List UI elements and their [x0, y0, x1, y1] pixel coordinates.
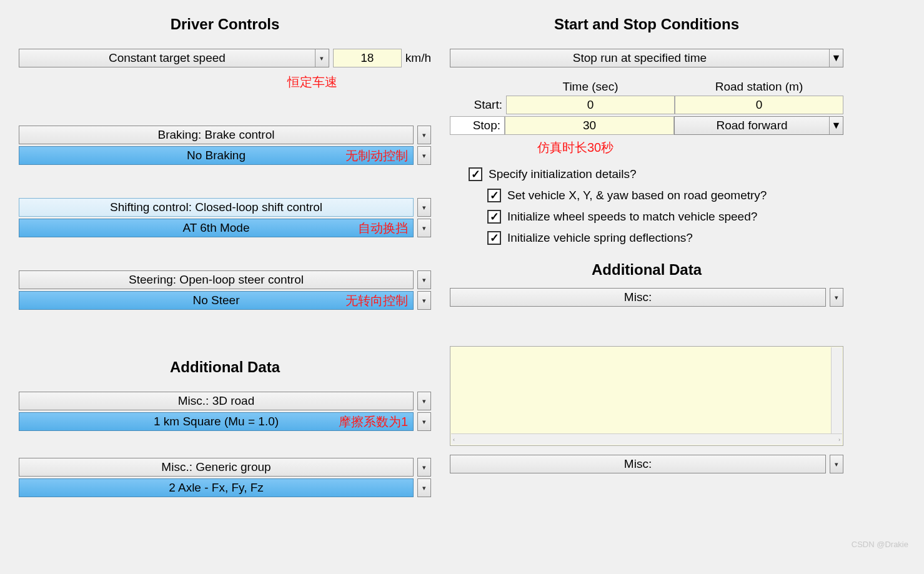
start-time-input[interactable]: 0 [506, 96, 675, 114]
misc1-label-combo[interactable]: Misc.: 3D road [19, 392, 414, 410]
shifting-label-text: Shifting control: Closed-loop shift cont… [19, 200, 413, 214]
station-header: Road station (m) [675, 80, 843, 94]
stop-direction-combo[interactable]: Road forward [674, 116, 843, 135]
additional-data-heading-right: Additional Data [450, 261, 843, 279]
steering-label-combo[interactable]: Steering: Open-loop steer control [19, 270, 414, 289]
speed-note: 恒定车速 [287, 75, 337, 89]
steering-value-text: No Steer [193, 294, 240, 307]
time-header: Time (sec) [506, 80, 675, 94]
specify-init-label: Specify initialization details? [489, 167, 637, 181]
misc1-value-text: 1 km Square (Mu = 1.0) [154, 415, 279, 428]
chevron-down-icon[interactable] [417, 270, 431, 289]
chevron-down-icon[interactable] [417, 478, 431, 497]
misc1-label-text: Misc.: 3D road [19, 394, 413, 408]
speed-mode-combo[interactable]: Constant target speed [19, 49, 329, 67]
misc2-label-combo[interactable]: Misc.: Generic group [19, 458, 414, 477]
driver-controls-heading: Driver Controls [19, 16, 431, 33]
misc-right-combo2[interactable]: Misc: [450, 455, 826, 473]
watermark: CSDN @Drakie [852, 540, 908, 549]
start-station-input[interactable]: 0 [675, 96, 843, 114]
geom-label: Set vehicle X, Y, & yaw based on road ge… [507, 189, 767, 202]
speed-unit-label: km/h [405, 51, 431, 65]
scrollbar-vertical[interactable] [831, 347, 842, 433]
braking-value-combo[interactable]: No Braking 无制动控制 [19, 146, 414, 165]
braking-value-text: No Braking [187, 149, 246, 162]
speed-value-input[interactable]: 18 [333, 49, 402, 67]
chevron-down-icon[interactable] [417, 291, 431, 310]
shifting-note: 自动换挡 [358, 220, 408, 237]
misc1-value-combo[interactable]: 1 km Square (Mu = 1.0) 摩擦系数为1 [19, 412, 414, 431]
chevron-down-icon[interactable] [417, 219, 431, 237]
chevron-down-icon[interactable] [417, 126, 431, 144]
chevron-down-icon[interactable] [417, 458, 431, 477]
wheel-label: Initialize wheel speeds to match vehicle… [507, 210, 757, 224]
braking-label-combo[interactable]: Braking: Brake control [19, 126, 414, 144]
spring-label: Initialize vehicle spring deflections? [507, 231, 693, 245]
notes-textarea[interactable]: ‹› [450, 346, 843, 446]
stop-direction-text: Road forward [675, 119, 829, 132]
scrollbar-horizontal[interactable]: ‹› [451, 433, 842, 445]
chevron-down-icon[interactable] [829, 49, 843, 67]
wheel-checkbox[interactable] [487, 210, 501, 224]
chevron-down-icon[interactable] [417, 198, 431, 217]
misc2-value-text: 2 Axle - Fx, Fy, Fz [169, 481, 264, 495]
stop-mode-text: Stop run at specified time [450, 51, 829, 65]
chevron-down-icon[interactable] [830, 455, 843, 473]
stop-time-input[interactable]: 30 [505, 116, 674, 135]
stop-note: 仿真时长30秒 [537, 141, 614, 154]
misc2-value-combo[interactable]: 2 Axle - Fx, Fy, Fz [19, 478, 414, 497]
stop-label[interactable]: Stop: [450, 116, 505, 135]
geom-checkbox[interactable] [487, 189, 501, 202]
shifting-value-combo[interactable]: AT 6th Mode 自动换挡 [19, 219, 414, 237]
chevron-down-icon[interactable] [417, 392, 431, 410]
misc1-note: 摩擦系数为1 [339, 413, 408, 430]
start-stop-heading: Start and Stop Conditions [450, 16, 843, 33]
misc2-label-text: Misc.: Generic group [19, 460, 413, 474]
braking-note: 无制动控制 [345, 147, 408, 164]
steering-label-text: Steering: Open-loop steer control [19, 273, 413, 287]
chevron-down-icon[interactable] [829, 117, 843, 134]
misc-right-text: Misc: [450, 290, 825, 304]
chevron-down-icon[interactable] [315, 49, 329, 67]
misc-right-combo[interactable]: Misc: [450, 288, 826, 307]
chevron-down-icon[interactable] [830, 288, 843, 307]
specify-init-checkbox[interactable] [469, 167, 482, 181]
shifting-label-combo[interactable]: Shifting control: Closed-loop shift cont… [19, 198, 414, 217]
steering-value-combo[interactable]: No Steer 无转向控制 [19, 291, 414, 310]
speed-mode-text: Constant target speed [19, 51, 315, 65]
steering-note: 无转向控制 [345, 292, 408, 309]
additional-data-heading-left: Additional Data [19, 359, 431, 376]
spring-checkbox[interactable] [487, 231, 501, 245]
chevron-down-icon[interactable] [417, 146, 431, 165]
stop-mode-combo[interactable]: Stop run at specified time [450, 49, 843, 67]
braking-label-text: Braking: Brake control [19, 128, 413, 142]
start-label: Start: [450, 98, 506, 112]
misc-right-text2: Misc: [450, 457, 825, 471]
shifting-value-text: AT 6th Mode [182, 221, 249, 235]
chevron-down-icon[interactable] [417, 412, 431, 431]
